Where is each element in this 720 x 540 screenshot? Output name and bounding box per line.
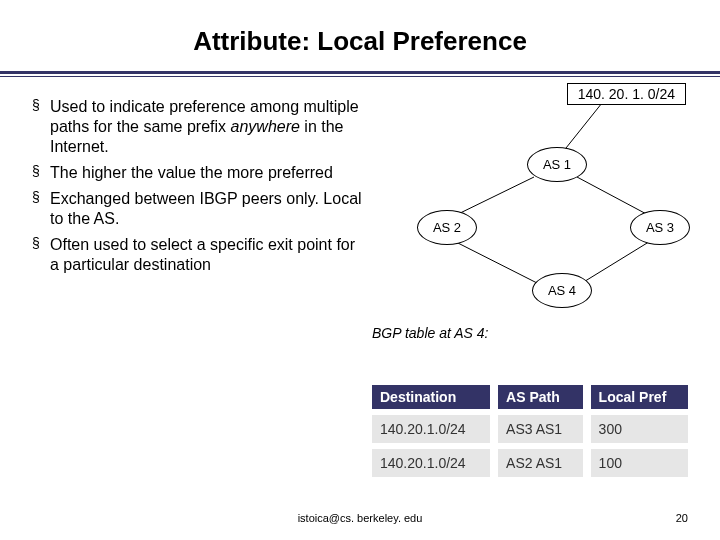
bullet-em: anywhere: [231, 118, 300, 135]
col-destination: Destination: [372, 385, 494, 412]
divider-thick: [0, 71, 720, 74]
cell-aspath: AS2 AS1: [494, 446, 587, 477]
bullet-item: The higher the value the more preferred: [32, 163, 362, 183]
col-aspath: AS Path: [494, 385, 587, 412]
cell-localpref: 300: [587, 412, 688, 446]
as4-node: AS 4: [532, 273, 592, 308]
bgp-table: Destination AS Path Local Pref 140.20.1.…: [372, 385, 688, 477]
bullet-item: Used to indicate preference among multip…: [32, 97, 362, 157]
cell-destination: 140.20.1.0/24: [372, 446, 494, 477]
bullet-item: Often used to select a specific exit poi…: [32, 235, 362, 275]
as3-node: AS 3: [630, 210, 690, 245]
bullet-list: Used to indicate preference among multip…: [32, 97, 362, 275]
table-row: 140.20.1.0/24 AS2 AS1 100: [372, 446, 688, 477]
bullet-text: Often used to select a specific exit poi…: [50, 236, 355, 273]
as2-node: AS 2: [417, 210, 477, 245]
bullet-item: Exchanged between IBGP peers only. Local…: [32, 189, 362, 229]
footer-email: istoica@cs. berkeley. edu: [298, 512, 423, 524]
content-area: 140. 20. 1. 0/24 Used to indicate prefer…: [0, 77, 720, 275]
cell-aspath: AS3 AS1: [494, 412, 587, 446]
prefix-label: 140. 20. 1. 0/24: [567, 83, 686, 105]
svg-line-4: [582, 240, 652, 283]
page-number: 20: [676, 512, 688, 524]
topology-diagram: AS 1 AS 2 AS 3 AS 4 BGP table at AS 4:: [372, 105, 702, 345]
svg-line-3: [452, 240, 537, 283]
col-localpref: Local Pref: [587, 385, 688, 412]
table-header-row: Destination AS Path Local Pref: [372, 385, 688, 412]
svg-line-0: [562, 105, 602, 153]
table-row: 140.20.1.0/24 AS3 AS1 300: [372, 412, 688, 446]
svg-line-1: [452, 177, 534, 217]
cell-destination: 140.20.1.0/24: [372, 412, 494, 446]
as1-node: AS 1: [527, 147, 587, 182]
bullet-text: The higher the value the more preferred: [50, 164, 333, 181]
bgp-table-caption: BGP table at AS 4:: [372, 325, 488, 341]
cell-localpref: 100: [587, 446, 688, 477]
bullet-text: Exchanged between IBGP peers only. Local…: [50, 190, 362, 227]
slide-title: Attribute: Local Preference: [0, 0, 720, 71]
svg-line-2: [577, 177, 652, 217]
